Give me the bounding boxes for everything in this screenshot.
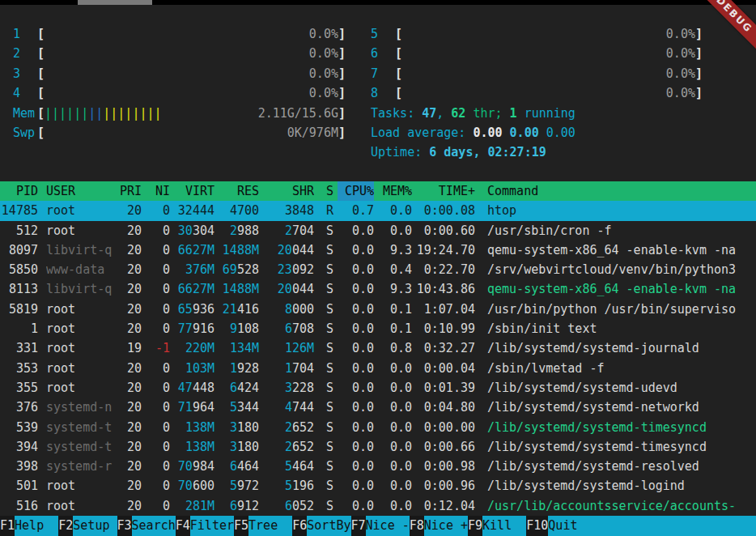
- column-header-time[interactable]: TIME+: [415, 181, 475, 201]
- process-row[interactable]: 5819root20065936214168000S0.00.11:07.04/…: [0, 300, 756, 319]
- column-header-ni[interactable]: NI: [146, 181, 170, 201]
- process-row[interactable]: 539systemd-t200138M31802652S0.00.00:00.0…: [0, 418, 756, 437]
- cpu-meter-4-body: 0.0%: [45, 83, 338, 103]
- column-header-virt[interactable]: VIRT: [176, 181, 214, 201]
- process-row[interactable]: 512root2003030429882704S0.00.00:00.60/us…: [0, 221, 756, 240]
- fnaction-help[interactable]: Help: [15, 516, 58, 536]
- cell-ni: 0: [146, 300, 170, 319]
- cell-pri: 20: [117, 476, 142, 496]
- process-row[interactable]: 331root19-1220M134M126MS0.00.80:32.27/li…: [0, 338, 756, 358]
- cell-ni: -1: [146, 338, 170, 358]
- fnaction-filter[interactable]: Filter: [190, 516, 234, 536]
- cpu-meter-8-bars: [402, 83, 666, 103]
- cell-cpu-percent: 0.0: [340, 319, 374, 338]
- cell-res: 6464: [220, 457, 259, 476]
- cell-res: 3180: [220, 437, 259, 457]
- fnaction-setup[interactable]: Setup: [73, 516, 117, 536]
- load-average-segment: 0.00: [473, 125, 502, 140]
- cell-command: qemu-system-x86_64 -enable-kvm -na: [487, 279, 756, 299]
- process-row[interactable]: 394systemd-t200138M31802652S0.00.00:00.6…: [0, 437, 756, 457]
- memory-meter-body: ||||||||||||||||2.11G/15.6G: [45, 104, 338, 123]
- process-row[interactable]: 516root200281M69126052S0.00.00:12.04/usr…: [0, 496, 756, 516]
- meter-open-bracket: [: [395, 44, 402, 63]
- meter-close-bracket: ]: [338, 83, 346, 103]
- cell-shr: 1704: [265, 359, 314, 378]
- fnkey-f3[interactable]: F3: [117, 516, 132, 536]
- cell-shr: 20044: [265, 240, 314, 260]
- tasks-summary-segment: 1: [510, 106, 517, 121]
- cell-mem-percent: 0.1: [378, 319, 412, 338]
- cell-ni: 0: [146, 378, 170, 398]
- cpu-meter-7-body: 0.0%: [402, 64, 695, 83]
- cell-pid: 376: [0, 398, 38, 417]
- cell-virt: 71964: [176, 398, 214, 417]
- fnkey-f9[interactable]: F9: [468, 516, 482, 536]
- process-row[interactable]: 355root2004744864243228S0.00.00:01.39/li…: [0, 378, 756, 398]
- column-header-user[interactable]: USER: [46, 181, 115, 201]
- fnkey-f2[interactable]: F2: [58, 516, 73, 536]
- column-header-cmd[interactable]: Command: [487, 181, 756, 201]
- fnkey-f8[interactable]: F8: [410, 516, 424, 536]
- cpu-meter-8-label: 8: [371, 83, 395, 103]
- cell-pri: 20: [117, 437, 142, 457]
- fnkey-f6[interactable]: F6: [292, 516, 307, 536]
- process-row[interactable]: 1root2007791691086708S0.00.10:10.99/sbin…: [0, 319, 756, 338]
- memory-meter-bars: ||||||||||||||||: [45, 104, 258, 123]
- fnaction-nice-[interactable]: Nice -: [366, 516, 410, 536]
- process-row[interactable]: 398systemd-r2007098464645464S0.00.00:00.…: [0, 457, 756, 476]
- cell-time: 0:22.70: [415, 260, 475, 279]
- process-row[interactable]: 376systemd-n2007196453444744S0.00.00:04.…: [0, 398, 756, 417]
- cell-time: 0:32.27: [415, 338, 475, 358]
- column-header-shr[interactable]: SHR: [265, 181, 314, 201]
- fnkey-f7[interactable]: F7: [351, 516, 366, 536]
- fnaction-nice-[interactable]: Nice +: [424, 516, 468, 536]
- column-header-s[interactable]: S: [326, 181, 336, 201]
- cell-res: 6912: [220, 496, 259, 516]
- cell-command: /lib/systemd/systemd-resolved: [487, 457, 756, 476]
- cell-mem-percent: 0.0: [378, 496, 412, 516]
- cell-command: /lib/systemd/systemd-logind: [487, 476, 756, 496]
- fnkey-f1[interactable]: F1: [0, 516, 15, 536]
- fnkey-f10[interactable]: F10: [526, 516, 548, 536]
- cell-pri: 20: [117, 359, 142, 378]
- column-header-pri[interactable]: PRI: [117, 181, 142, 201]
- cell-command: /lib/systemd/systemd-journald: [487, 338, 756, 358]
- cell-state: S: [326, 359, 336, 378]
- fnkey-f4[interactable]: F4: [176, 516, 190, 536]
- column-header-mem[interactable]: MEM%: [378, 181, 412, 201]
- cell-time: 0:00.04: [415, 359, 475, 378]
- fnaction-tree[interactable]: Tree: [248, 516, 292, 536]
- fnaction-kill[interactable]: Kill: [482, 516, 526, 536]
- cell-state: S: [326, 221, 336, 240]
- process-row[interactable]: 8113libvirt-q2006627M1488M20044S0.09.310…: [0, 279, 756, 299]
- process-row[interactable]: 501root2007060059725196S0.00.00:00.96/li…: [0, 476, 756, 496]
- meter-open-bracket: [: [37, 44, 45, 63]
- meter-close-bracket: ]: [338, 64, 346, 83]
- column-header-pid[interactable]: PID: [0, 181, 38, 201]
- cell-ni: 0: [146, 279, 170, 299]
- cell-pid: 516: [0, 496, 38, 516]
- cell-time: 0:00.08: [415, 201, 475, 220]
- cell-mem-percent: 0.0: [378, 437, 412, 457]
- fnaction-quit[interactable]: Quit: [548, 516, 756, 536]
- process-row[interactable]: 353root200103M19281704S0.00.00:00.04/sbi…: [0, 359, 756, 378]
- process-row[interactable]: 14785root2003244447003848R0.70.00:00.08h…: [0, 201, 756, 220]
- column-header-cpu[interactable]: CPU%: [338, 181, 374, 201]
- fnkey-f5[interactable]: F5: [234, 516, 248, 536]
- cell-shr: 5196: [265, 476, 314, 496]
- cell-time: 19:24.70: [415, 240, 475, 260]
- fnaction-search[interactable]: Search: [132, 516, 176, 536]
- process-row[interactable]: 8097libvirt-q2006627M1488M20044S0.09.319…: [0, 240, 756, 260]
- column-header-res[interactable]: RES: [220, 181, 259, 201]
- cell-state: S: [326, 398, 336, 417]
- process-row[interactable]: 5850www-data200376M6952823092S0.00.40:22…: [0, 260, 756, 279]
- fnaction-sortby[interactable]: SortBy: [307, 516, 350, 536]
- cell-pri: 20: [117, 319, 142, 338]
- spacer: [0, 163, 756, 181]
- cell-res: 134M: [220, 338, 259, 358]
- function-key-bar: F1Help F2Setup F3SearchF4FilterF5Tree F6…: [0, 516, 756, 536]
- cell-res: 21416: [220, 300, 259, 319]
- cell-shr: 20044: [265, 279, 314, 299]
- meter-bar-segment: ||: [88, 106, 103, 121]
- cell-time: 0:12.04: [415, 496, 475, 516]
